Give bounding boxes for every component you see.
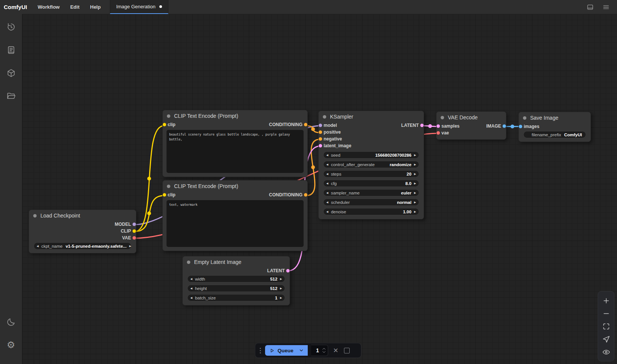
interrupt-icon[interactable]: ✕ xyxy=(332,347,340,354)
slot-dot-negative[interactable] xyxy=(319,137,322,141)
next-value-icon[interactable]: ▶ xyxy=(414,163,416,166)
zoom-in-icon[interactable] xyxy=(600,294,612,307)
widget-width[interactable]: ◀ width 512 ▶ xyxy=(187,275,285,282)
slot-dot-vae[interactable] xyxy=(133,236,136,240)
widget-height[interactable]: ◀ height 512 ▶ xyxy=(187,285,285,292)
next-value-icon[interactable]: ▶ xyxy=(280,296,282,299)
node-titlebar[interactable]: VAE Decode xyxy=(437,112,506,123)
node-empty-latent-image[interactable]: Empty Latent Image LATENT ◀ width 512 ▶ … xyxy=(182,256,290,305)
collapse-dot-icon[interactable] xyxy=(187,261,190,264)
node-library-icon[interactable] xyxy=(3,42,19,57)
stop-icon[interactable] xyxy=(344,348,350,353)
widget-sampler-name[interactable]: ◀ sampler_name euler ▶ xyxy=(323,189,419,196)
slot-dot-latent-out[interactable] xyxy=(420,124,424,127)
slot-dot-clip-in[interactable] xyxy=(163,193,166,197)
slot-dot-conditioning[interactable] xyxy=(304,123,307,126)
prev-value-icon[interactable]: ◀ xyxy=(326,173,328,175)
widget-batch-size[interactable]: ◀ batch_size 1 ▶ xyxy=(187,294,285,301)
slot-dot-image-out[interactable] xyxy=(503,125,506,128)
slot-dot-vae-in[interactable] xyxy=(437,131,440,135)
collapse-dot-icon[interactable] xyxy=(33,214,37,217)
next-value-icon[interactable]: ▶ xyxy=(414,182,416,185)
widget-seed[interactable]: ◀ seed 156680208700286 ▶ xyxy=(323,151,419,159)
slot-dot-latent-image[interactable] xyxy=(319,144,322,148)
node-titlebar[interactable]: Save Image xyxy=(519,112,591,123)
graph-canvas[interactable]: Load Checkpoint MODEL CLIP VAE ◀ ckpt_na… xyxy=(22,14,617,364)
slot-dot-images[interactable] xyxy=(519,125,522,128)
node-ksampler[interactable]: KSampler model LATENT positive negative … xyxy=(318,111,424,219)
drag-handle[interactable] xyxy=(259,348,262,353)
queue-button[interactable]: Queue xyxy=(265,345,308,356)
node-titlebar[interactable]: Load Checkpoint xyxy=(29,210,136,221)
menu-edit[interactable]: Edit xyxy=(65,0,85,14)
menu-workflow[interactable]: Workflow xyxy=(32,0,65,14)
widget-ckpt-name[interactable]: ◀ ckpt_name v1-5-pruned-emaonly.safete..… xyxy=(34,242,131,250)
prev-value-icon[interactable]: ◀ xyxy=(326,201,328,204)
widget-denoise[interactable]: ◀ denoise 1.00 ▶ xyxy=(323,208,419,215)
node-titlebar[interactable]: CLIP Text Encode (Prompt) xyxy=(163,110,307,121)
slot-dot-conditioning[interactable] xyxy=(304,193,307,197)
next-value-icon[interactable]: ▶ xyxy=(414,191,416,194)
settings-gear-icon[interactable]: ⚙ xyxy=(3,337,19,352)
prompt-textarea[interactable]: beautiful scenery nature glass bottle la… xyxy=(167,130,304,173)
toggle-link-visibility-eye-icon[interactable] xyxy=(600,345,612,358)
prev-value-icon[interactable]: ◀ xyxy=(190,278,192,280)
bottom-panel-icon[interactable] xyxy=(586,3,594,11)
collapse-dot-icon[interactable] xyxy=(523,116,526,120)
node-vae-decode[interactable]: VAE Decode samples IMAGE vae xyxy=(436,111,506,140)
prev-value-icon[interactable]: ◀ xyxy=(326,154,328,156)
collapse-dot-icon[interactable] xyxy=(167,185,170,188)
prev-value-icon[interactable]: ◀ xyxy=(326,163,328,166)
node-titlebar[interactable]: KSampler xyxy=(319,111,424,122)
node-clip-text-encode-negative[interactable]: CLIP Text Encode (Prompt) clip CONDITION… xyxy=(162,180,308,251)
widget-cfg[interactable]: ◀ cfg 8.0 ▶ xyxy=(323,180,419,187)
collapse-dot-icon[interactable] xyxy=(323,115,326,119)
workflows-folder-icon[interactable] xyxy=(3,88,19,103)
next-value-icon[interactable]: ▶ xyxy=(414,173,416,175)
slot-dot-positive[interactable] xyxy=(319,131,322,134)
slot-dot-latent[interactable] xyxy=(286,269,290,273)
prev-value-icon[interactable]: ◀ xyxy=(326,210,328,213)
zoom-out-icon[interactable] xyxy=(600,307,612,320)
slot-dot-samples[interactable] xyxy=(437,125,440,128)
step-up-icon[interactable] xyxy=(322,347,326,350)
next-value-icon[interactable]: ▶ xyxy=(280,287,282,290)
node-save-image[interactable]: Save Image images filename_prefix ComfyU… xyxy=(518,112,591,142)
prev-value-icon[interactable]: ◀ xyxy=(190,296,192,299)
batch-count-input[interactable]: 1 xyxy=(311,345,328,356)
prev-value-icon[interactable]: ◀ xyxy=(326,191,328,194)
collapse-dot-icon[interactable] xyxy=(167,114,170,118)
prev-value-icon[interactable]: ◀ xyxy=(326,182,328,185)
prev-value-icon[interactable]: ◀ xyxy=(190,287,192,290)
chevron-down-icon[interactable] xyxy=(299,348,304,353)
hamburger-menu-icon[interactable] xyxy=(602,3,610,11)
collapse-dot-icon[interactable] xyxy=(441,116,444,119)
queue-history-icon[interactable] xyxy=(3,19,19,34)
next-value-icon[interactable]: ▶ xyxy=(280,278,282,280)
widget-steps[interactable]: ◀ steps 20 ▶ xyxy=(323,170,419,177)
slot-dot-clip[interactable] xyxy=(133,230,136,233)
model-library-icon[interactable] xyxy=(3,65,19,80)
next-value-icon[interactable]: ▶ xyxy=(414,210,416,213)
widget-scheduler[interactable]: ◀ scheduler normal ▶ xyxy=(323,199,419,206)
next-value-icon[interactable]: ▶ xyxy=(414,201,416,204)
menu-help[interactable]: Help xyxy=(85,0,106,14)
widget-filename-prefix[interactable]: filename_prefix ComfyUI xyxy=(523,131,586,138)
slot-dot-model-in[interactable] xyxy=(319,124,322,127)
node-load-checkpoint[interactable]: Load Checkpoint MODEL CLIP VAE ◀ ckpt_na… xyxy=(29,210,136,253)
next-value-icon[interactable]: ▶ xyxy=(129,245,131,247)
prev-value-icon[interactable]: ◀ xyxy=(37,245,39,247)
node-clip-text-encode-positive[interactable]: CLIP Text Encode (Prompt) clip CONDITION… xyxy=(162,110,308,177)
slot-dot-clip-in[interactable] xyxy=(163,123,166,126)
step-down-icon[interactable] xyxy=(322,350,326,354)
prompt-textarea[interactable]: text, watermark xyxy=(167,200,304,247)
node-titlebar[interactable]: Empty Latent Image xyxy=(183,256,290,267)
tab-image-generation[interactable]: Image Generation xyxy=(110,0,168,14)
slot-dot-model[interactable] xyxy=(133,223,136,226)
widget-control-after-generate[interactable]: ◀ control_after_generate randomize ▶ xyxy=(323,161,419,168)
node-titlebar[interactable]: CLIP Text Encode (Prompt) xyxy=(163,180,307,191)
next-value-icon[interactable]: ▶ xyxy=(414,154,416,156)
fit-view-icon[interactable] xyxy=(600,320,612,333)
select-mode-icon[interactable] xyxy=(600,333,612,345)
theme-toggle-moon-icon[interactable] xyxy=(3,314,19,329)
